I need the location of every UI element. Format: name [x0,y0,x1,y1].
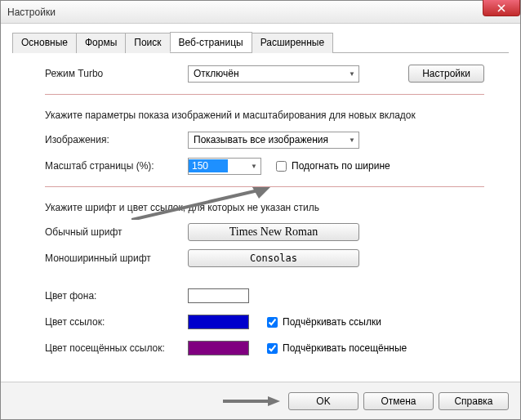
underline-links-input[interactable] [267,317,278,328]
fit-width-label: Подогнать по ширине [292,160,390,172]
titlebar: Настройки [1,1,520,24]
mono-font-button[interactable]: Consolas [188,249,359,267]
separator [45,186,484,187]
normal-font-button[interactable]: Times New Roman [188,223,359,241]
chevron-down-icon: ▼ [345,136,358,144]
tab-general[interactable]: Основные [12,33,77,53]
link-color-swatch[interactable] [188,315,249,329]
underline-visited-label: Подчёркивать посещённые [283,342,407,354]
underline-links-checkbox[interactable]: Подчёркивать ссылки [267,316,381,328]
bg-color-label: Цвет фона: [45,290,188,302]
separator [45,94,484,95]
turbo-label: Режим Turbo [45,68,188,79]
ok-button[interactable]: OK [288,392,358,410]
normal-font-label: Обычный шрифт [45,226,188,238]
tab-bar: Основные Формы Поиск Веб-страницы Расшир… [12,32,509,53]
turbo-combo[interactable]: Отключён ▼ [188,65,359,83]
tab-webpages[interactable]: Веб-страницы [170,32,252,52]
images-value: Показывать все изображения [194,134,328,145]
underline-visited-input[interactable] [267,343,278,354]
chevron-down-icon: ▼ [345,70,358,78]
scale-value: 150 [189,159,228,172]
scale-label: Масштаб страницы (%): [45,160,188,172]
images-intro: Укажите параметры показа изображений и м… [45,109,484,121]
link-color-label: Цвет ссылок: [45,316,188,328]
fonts-intro: Укажите шрифт и цвет ссылок, для которых… [45,202,484,213]
close-button[interactable] [483,0,520,16]
tab-forms[interactable]: Формы [76,33,126,53]
cancel-button[interactable]: Отмена [363,392,434,410]
chevron-down-icon: ▼ [247,163,260,170]
visited-color-label: Цвет посещённых ссылок: [45,342,188,354]
scale-combo[interactable]: 150 ▼ [188,158,261,175]
help-button[interactable]: Справка [439,392,509,410]
images-label: Изображения: [45,134,188,145]
dialog-footer: OK Отмена Справка [1,382,520,419]
visited-color-swatch[interactable] [188,341,249,355]
turbo-value: Отключён [194,68,239,79]
turbo-settings-button[interactable]: Настройки [408,65,484,83]
tab-search[interactable]: Поиск [125,33,170,53]
tab-advanced[interactable]: Расширенные [252,33,334,53]
images-combo[interactable]: Показывать все изображения ▼ [188,132,359,149]
underline-visited-checkbox[interactable]: Подчёркивать посещённые [267,342,407,354]
mono-font-label: Моноширинный шрифт [45,252,188,264]
annotation-arrow-icon [223,395,280,407]
window-title: Настройки [4,7,56,18]
svg-marker-3 [268,396,280,406]
underline-links-label: Подчёркивать ссылки [283,316,381,328]
fit-width-checkbox[interactable]: Подогнать по ширине [276,160,390,172]
fit-width-input[interactable] [276,161,287,172]
bg-color-swatch[interactable] [188,288,249,303]
